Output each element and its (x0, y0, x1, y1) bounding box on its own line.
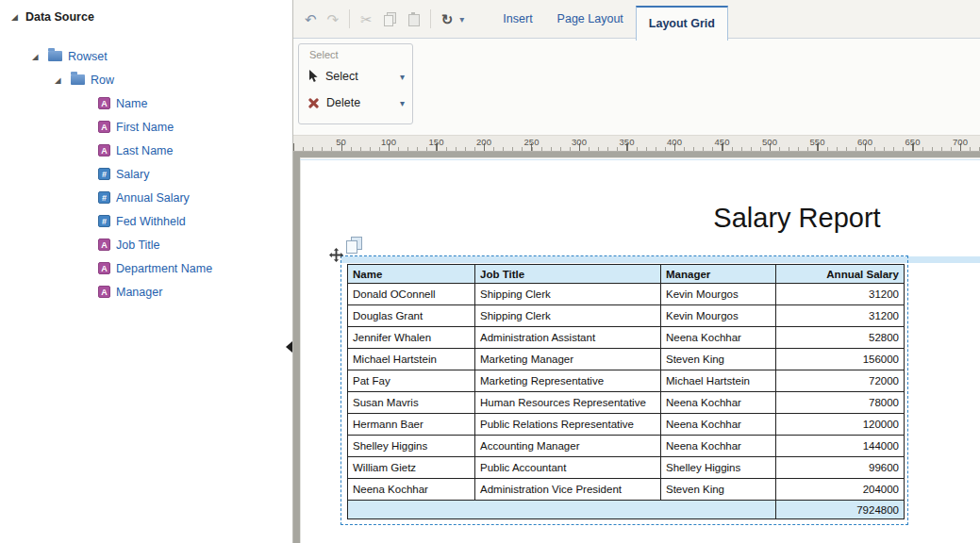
table-row[interactable]: Neena Kochhar Administration Vice Presid… (348, 479, 905, 501)
redo-icon[interactable]: ↷ (327, 12, 340, 26)
disclosure-triangle-icon[interactable]: ◢ (32, 52, 42, 61)
preview-icon[interactable]: ↻ (441, 12, 454, 26)
table-row[interactable]: Donald OConnell Shipping Clerk Kevin Mou… (348, 284, 905, 305)
cell-annual-salary[interactable]: 31200 (776, 305, 905, 327)
cell-name[interactable]: Susan Mavris (348, 392, 475, 414)
field-type-icon: A (98, 262, 110, 274)
data-source-header[interactable]: ◢ Data Source (0, 0, 292, 24)
undo-icon[interactable]: ↶ (305, 12, 317, 26)
tree-field-item[interactable]: A Last Name (0, 139, 292, 162)
select-dropdown-icon[interactable]: ▾ (400, 72, 405, 82)
layout-editor-window: ◢ Data Source ◢ Rowset ◢ Row A Name (0, 0, 980, 543)
table-header-cell[interactable]: Manager (661, 265, 776, 284)
copy-icon[interactable] (383, 12, 396, 25)
ruler-cell: 450 (674, 136, 723, 151)
ribbon-tab[interactable]: Page Layout (545, 0, 636, 39)
cell-name[interactable]: Douglas Grant (348, 305, 475, 327)
cell-job-title[interactable]: Accounting Manager (475, 436, 661, 457)
tree-node-row[interactable]: ◢ Row (0, 68, 292, 91)
select-button[interactable]: Select ▾ (307, 70, 405, 83)
cell-name[interactable]: William Gietz (348, 457, 475, 479)
cell-annual-salary[interactable]: 72000 (776, 370, 905, 392)
cell-annual-salary[interactable]: 120000 (776, 414, 905, 436)
cell-annual-salary[interactable]: 31200 (776, 284, 905, 305)
cell-name[interactable]: Neena Kochhar (348, 479, 475, 501)
cell-manager[interactable]: Neena Kochhar (661, 392, 776, 414)
tree-field-item[interactable]: A Department Name (0, 256, 292, 280)
table-row[interactable]: William Gietz Public Accountant Shelley … (348, 457, 905, 479)
cell-annual-salary[interactable]: 204000 (776, 479, 905, 501)
tree-field-item[interactable]: A Manager (0, 280, 292, 304)
ribbon-tab[interactable]: Insert (490, 0, 544, 39)
total-spacer-cell[interactable] (348, 501, 776, 519)
disclosure-triangle-icon[interactable]: ◢ (55, 75, 65, 85)
cell-job-title[interactable]: Human Resources Representative (475, 392, 661, 414)
cell-job-title[interactable]: Marketing Representative (475, 370, 661, 392)
cell-name[interactable]: Michael Hartstein (348, 349, 475, 370)
cell-name[interactable]: Hermann Baer (348, 414, 475, 436)
cell-manager[interactable]: Neena Kochhar (661, 436, 776, 457)
cell-manager[interactable]: Steven King (661, 479, 776, 501)
cell-annual-salary[interactable]: 52800 (776, 327, 905, 349)
cell-manager[interactable]: Neena Kochhar (661, 414, 776, 436)
tree-field-item[interactable]: # Annual Salary (0, 186, 292, 209)
cell-manager[interactable]: Shelley Higgins (661, 457, 776, 479)
tree-field-item[interactable]: A Job Title (0, 233, 292, 256)
ruler-cell: 500 (723, 136, 771, 151)
cell-name[interactable]: Pat Fay (348, 370, 475, 392)
table-row[interactable]: Susan Mavris Human Resources Representat… (348, 392, 905, 414)
panel-collapse-handle[interactable] (285, 336, 293, 358)
total-value-cell[interactable]: 7924800 (776, 501, 905, 519)
table-row[interactable]: Shelley Higgins Accounting Manager Neena… (348, 436, 905, 457)
table-row[interactable]: Pat Fay Marketing Representative Michael… (348, 370, 905, 392)
cell-job-title[interactable]: Shipping Clerk (475, 284, 661, 305)
copy-object-icon[interactable] (346, 237, 363, 254)
cell-name[interactable]: Shelley Higgins (348, 436, 475, 457)
cell-job-title[interactable]: Administration Vice President (475, 479, 661, 501)
cell-job-title[interactable]: Public Relations Representative (475, 414, 661, 436)
ruler-cell: 650 (865, 136, 913, 151)
cell-manager[interactable]: Neena Kochhar (661, 327, 776, 349)
delete-dropdown-icon[interactable]: ▾ (400, 98, 405, 108)
cell-annual-salary[interactable]: 156000 (776, 349, 905, 370)
tree-node-rowset[interactable]: ◢ Rowset (0, 44, 292, 68)
toolbar-separator (430, 9, 431, 28)
move-handle-icon[interactable] (329, 248, 343, 262)
table-total-row[interactable]: 7924800 (348, 501, 905, 519)
table-row[interactable]: Michael Hartstein Marketing Manager Stev… (348, 349, 905, 370)
cell-manager[interactable]: Michael Hartstein (661, 370, 776, 392)
cell-name[interactable]: Donald OConnell (348, 284, 475, 305)
preview-dropdown-icon[interactable]: ▾ (459, 14, 464, 25)
table-row[interactable]: Jennifer Whalen Administration Assistant… (348, 327, 905, 349)
table-header-cell[interactable]: Name (348, 265, 475, 284)
table-header-cell[interactable]: Annual Salary (776, 265, 905, 284)
cut-icon[interactable]: ✂ (360, 12, 373, 26)
grid-cell-border (300, 159, 980, 160)
data-table[interactable]: Name Job Title Manager Annual Salary Don… (347, 264, 905, 519)
table-row[interactable]: Douglas Grant Shipping Clerk Kevin Mourg… (348, 305, 905, 327)
table-row[interactable]: Hermann Baer Public Relations Representa… (348, 414, 905, 436)
paste-icon[interactable] (407, 12, 420, 25)
ruler-cell: 700 (913, 136, 961, 151)
tree-field-item[interactable]: A Name (0, 91, 292, 115)
cell-manager[interactable]: Kevin Mourgos (661, 305, 776, 327)
tree-field-item[interactable]: A First Name (0, 115, 292, 139)
tree-field-item[interactable]: # Salary (0, 162, 292, 186)
cell-annual-salary[interactable]: 99600 (776, 457, 905, 479)
cell-annual-salary[interactable]: 144000 (776, 436, 905, 457)
disclosure-triangle-icon[interactable]: ◢ (11, 13, 18, 22)
cell-manager[interactable]: Steven King (661, 349, 776, 370)
cell-annual-salary[interactable]: 78000 (776, 392, 905, 414)
cell-job-title[interactable]: Shipping Clerk (475, 305, 661, 327)
ribbon-tab[interactable]: Layout Grid (636, 6, 728, 41)
tree-field-item[interactable]: # Fed Withheld (0, 209, 292, 233)
ruler-number: 700 (953, 137, 968, 147)
cell-job-title[interactable]: Public Accountant (475, 457, 661, 479)
delete-button[interactable]: Delete ▾ (307, 96, 405, 109)
cell-manager[interactable]: Kevin Mourgos (661, 284, 776, 305)
cell-job-title[interactable]: Marketing Manager (475, 349, 661, 370)
report-title[interactable]: Salary Report (713, 203, 880, 234)
cell-job-title[interactable]: Administration Assistant (475, 327, 661, 349)
cell-name[interactable]: Jennifer Whalen (348, 327, 475, 349)
table-header-cell[interactable]: Job Title (475, 265, 661, 284)
